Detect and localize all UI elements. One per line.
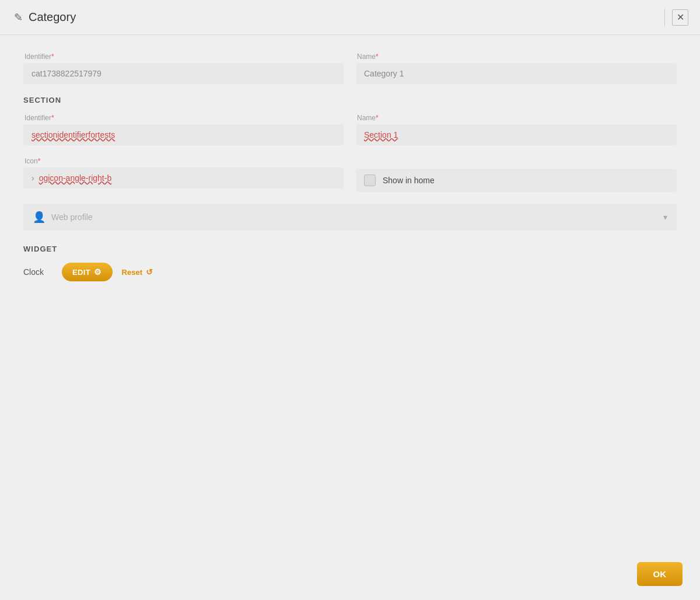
section-icon-field: Icon* › ogicon-angle-right-b [23, 157, 344, 192]
modal-body: Identifier* Name* SECTION Identifier* [0, 35, 700, 600]
widget-clock-label: Clock [23, 267, 52, 277]
dropdown-arrow-icon: ▾ [663, 212, 667, 222]
chevron-right-icon: › [32, 173, 34, 183]
header-divider [664, 9, 665, 26]
category-name-input[interactable] [356, 63, 677, 84]
category-identifier-input[interactable] [23, 63, 344, 84]
edit-button-label: EDIT [72, 268, 90, 277]
widget-section: WIDGET Clock EDIT ⚙ Reset ↺ [23, 245, 677, 281]
section-identity-row: Identifier* sectionidentifierfortests Na… [23, 114, 677, 145]
reset-button-label: Reset [122, 268, 142, 277]
section-heading: SECTION [23, 96, 677, 104]
close-button[interactable]: ✕ [672, 9, 688, 26]
modal: ✎ Category ✕ Identifier* Name* SECT [0, 0, 700, 600]
section-identifier-field: Identifier* sectionidentifierfortests [23, 114, 344, 145]
edit-button[interactable]: EDIT ⚙ [62, 263, 113, 281]
section-name-value: Section 1 [364, 130, 398, 139]
show-home-field: Show in home [356, 157, 677, 192]
person-icon: 👤 [33, 211, 46, 224]
category-identifier-label: Identifier* [23, 53, 344, 61]
show-home-container: Show in home [356, 169, 677, 192]
section-icon-input[interactable]: › ogicon-angle-right-b [23, 168, 344, 189]
section-identifier-value: sectionidentifierfortests [32, 130, 115, 139]
edit-pencil-icon: ✎ [14, 11, 23, 24]
icon-value-text: ogicon-angle-right-b [39, 173, 112, 183]
modal-title-container: ✎ Category [14, 11, 76, 24]
section-identifier-input[interactable]: sectionidentifierfortests [23, 124, 344, 145]
web-profile-row[interactable]: 👤 Web profile ▾ [23, 204, 677, 231]
ok-button[interactable]: OK [637, 562, 683, 586]
category-name-field: Name* [356, 53, 677, 84]
show-home-checkbox[interactable] [364, 175, 376, 186]
section-icon-label: Icon* [23, 157, 344, 165]
widget-row: Clock EDIT ⚙ Reset ↺ [23, 263, 677, 281]
section-icon-row: Icon* › ogicon-angle-right-b Show in hom… [23, 157, 677, 192]
section-block: SECTION Identifier* sectionidentifierfor… [23, 96, 677, 231]
category-name-label: Name* [356, 53, 677, 61]
category-identifier-field: Identifier* [23, 53, 344, 84]
category-row: Identifier* Name* [23, 53, 677, 84]
section-name-input[interactable]: Section 1 [356, 124, 677, 145]
modal-header: ✎ Category ✕ [0, 0, 700, 35]
widget-heading: WIDGET [23, 245, 677, 253]
reset-button[interactable]: Reset ↺ [122, 267, 153, 277]
section-name-label: Name* [356, 114, 677, 122]
web-profile-label: Web profile [51, 212, 657, 222]
show-home-label: Show in home [383, 176, 435, 185]
section-name-field: Name* Section 1 [356, 114, 677, 145]
gear-icon: ⚙ [94, 267, 102, 277]
modal-title: Category [29, 11, 76, 24]
reset-icon: ↺ [146, 267, 153, 277]
section-identifier-label: Identifier* [23, 114, 344, 122]
